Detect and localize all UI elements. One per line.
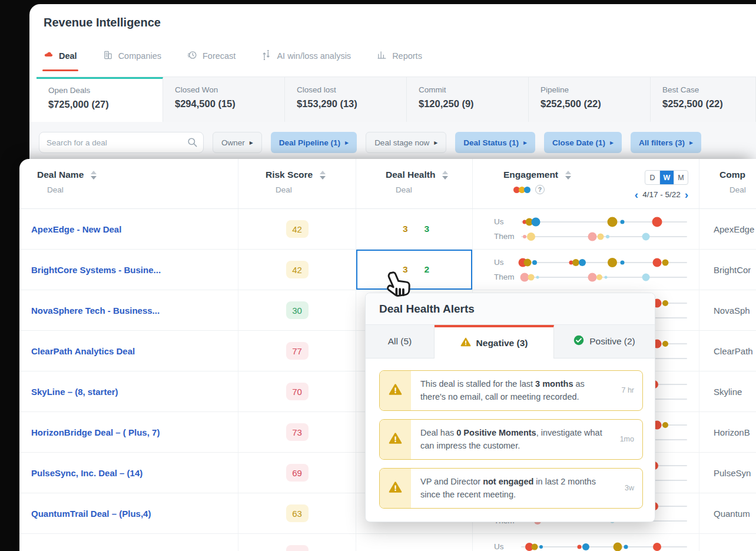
summary-card-pipeline[interactable]: Pipeline $252,500 (22) bbox=[529, 77, 651, 122]
alert-card: Deal has 0 Positive Moments, investigate… bbox=[379, 419, 643, 460]
card-value: $725,000 (27) bbox=[48, 99, 163, 110]
deal-name-link[interactable]: ApexEdge - New Deal bbox=[31, 224, 121, 234]
deal-health-cell[interactable]: 3 2 bbox=[356, 250, 473, 290]
positive-alerts: 2 bbox=[421, 264, 430, 275]
tab-companies[interactable]: Companies bbox=[103, 50, 161, 64]
summary-card-closed-lost[interactable]: Closed lost $153,290 (13) bbox=[285, 77, 407, 122]
filter-chip-owner[interactable]: Owner▸ bbox=[213, 132, 262, 153]
column-header-risk-score: Risk Score Deal bbox=[238, 159, 356, 208]
deal-name-link[interactable]: ClearPath Analytics Deal bbox=[31, 346, 135, 356]
us-label: Us bbox=[494, 542, 521, 551]
engagement-dot bbox=[598, 233, 604, 240]
sort-engagement[interactable] bbox=[565, 171, 571, 180]
period-option-m[interactable]: M bbox=[674, 171, 688, 184]
tab-label: Reports bbox=[392, 51, 422, 61]
filter-chip-all-filters-3-[interactable]: All filters (3)▸ bbox=[631, 132, 701, 153]
column-header-engagement: Engagement ? DWM ‹ 4/17 - 5/22 › bbox=[473, 159, 699, 208]
summary-card-closed-won[interactable]: Closed Won $294,500 (15) bbox=[163, 77, 285, 122]
tab-ai-win-loss[interactable]: AI win/loss analysis bbox=[261, 50, 351, 64]
engagement-dot bbox=[606, 235, 609, 238]
sort-deal-name[interactable] bbox=[91, 171, 97, 180]
column-subtitle: Deal bbox=[396, 185, 472, 194]
engagement-dot bbox=[604, 276, 607, 278]
filter-chip-deal-pipeline-1-[interactable]: Deal Pipeline (1)▸ bbox=[271, 132, 357, 153]
them-timeline bbox=[521, 277, 687, 278]
legend-dots bbox=[513, 187, 529, 193]
risk-score-badge: 73 bbox=[286, 423, 309, 441]
column-header-deal-name: Deal Name Deal bbox=[19, 159, 238, 208]
them-timeline bbox=[521, 236, 687, 237]
engagement-dot bbox=[653, 543, 661, 551]
us-timeline bbox=[521, 546, 687, 547]
column-header-deal-health: Deal Health Deal bbox=[356, 159, 473, 208]
popup-tab-label: All (5) bbox=[388, 336, 412, 347]
deal-health-cell[interactable]: 3 3 bbox=[356, 209, 473, 249]
column-subtitle: Deal bbox=[47, 185, 238, 194]
popup-tab-all[interactable]: All (5) bbox=[366, 325, 435, 359]
engagement-dot bbox=[577, 545, 581, 549]
them-label: Them bbox=[494, 273, 521, 281]
prev-date-icon[interactable]: ‹ bbox=[635, 189, 638, 200]
engagement-dot bbox=[621, 260, 625, 264]
popup-tab-label: Negative (3) bbox=[476, 338, 528, 348]
risk-score-badge: 70 bbox=[286, 383, 309, 400]
card-label: Pipeline bbox=[541, 85, 650, 94]
summary-card-commit[interactable]: Commit $120,250 (9) bbox=[407, 77, 529, 122]
search-input[interactable] bbox=[39, 132, 204, 153]
card-label: Best Case bbox=[662, 85, 755, 94]
period-toggle: DWM bbox=[645, 170, 688, 185]
risk-score-badge: 42 bbox=[286, 261, 309, 278]
filter-bar: Owner▸Deal Pipeline (1)▸Deal stage now▸D… bbox=[29, 122, 756, 163]
deal-name-link[interactable]: HorizonBridge Deal – ( Plus, 7) bbox=[31, 427, 160, 437]
card-label: Open Deals bbox=[48, 86, 163, 95]
popup-tab-negative[interactable]: Negative (3) bbox=[435, 325, 554, 359]
sort-deal-health[interactable] bbox=[442, 171, 448, 180]
filter-chip-close-date-1-[interactable]: Close Date (1)▸ bbox=[544, 132, 622, 153]
deal-name-link[interactable]: NovaSphere Tech - Business... bbox=[31, 306, 160, 316]
deal-health-alerts-popup: Deal Health Alerts All (5) Negative (3) … bbox=[365, 293, 655, 522]
deal-name-link[interactable]: PulseSync, Inc. Deal – (14) bbox=[31, 468, 142, 478]
popup-tab-positive[interactable]: Positive (2) bbox=[554, 325, 655, 359]
engagement-dot bbox=[532, 217, 541, 226]
engagement-dot bbox=[613, 542, 622, 551]
period-option-w[interactable]: W bbox=[659, 171, 674, 184]
company-name: ClearPath bbox=[714, 346, 753, 356]
tab-forecast[interactable]: Forecast bbox=[187, 50, 236, 64]
card-value: $120,250 (9) bbox=[419, 98, 528, 109]
alert-stripe bbox=[380, 371, 411, 410]
card-label: Commit bbox=[419, 85, 528, 94]
filter-chip-deal-status-1-[interactable]: Deal Status (1)▸ bbox=[455, 132, 535, 153]
risk-score-badge: 63 bbox=[286, 504, 309, 522]
positive-alerts: 3 bbox=[421, 224, 430, 234]
card-value: $153,290 (13) bbox=[297, 98, 406, 109]
filter-chip-deal-stage-now[interactable]: Deal stage now▸ bbox=[366, 132, 446, 153]
sort-risk-score[interactable] bbox=[320, 171, 326, 180]
engagement-dot bbox=[532, 260, 537, 265]
tab-deal[interactable]: Deal bbox=[44, 50, 77, 64]
tab-reports[interactable]: Reports bbox=[377, 50, 422, 64]
engagement-dot bbox=[652, 217, 662, 227]
deal-name-link[interactable]: SkyLine – (8, starter) bbox=[31, 387, 118, 397]
company-name: PulseSyn bbox=[714, 468, 751, 478]
card-label: Closed lost bbox=[297, 85, 406, 94]
engagement-cell: Us Them bbox=[473, 250, 699, 290]
column-title: Risk Score bbox=[266, 170, 313, 180]
reports-icon bbox=[377, 50, 387, 62]
forecast-icon bbox=[187, 50, 197, 62]
company-name: BrightCor bbox=[714, 265, 751, 275]
next-date-icon[interactable]: › bbox=[685, 189, 688, 200]
negative-alerts: 3 bbox=[399, 224, 408, 234]
warning-icon bbox=[460, 337, 471, 350]
deal-name-link[interactable]: QuantumTrail Deal – (Plus,4) bbox=[31, 509, 151, 519]
summary-card-best-case[interactable]: Best Case $252,500 (22) bbox=[651, 77, 756, 122]
table-row: BrightCore Systems - Busine... 42 3 2 Us… bbox=[19, 250, 756, 290]
deal-health-cell[interactable]: 3 2 bbox=[356, 534, 473, 551]
engagement-legend: ? bbox=[513, 185, 571, 194]
deal-name-link[interactable]: BrightCore Systems - Busine... bbox=[31, 265, 161, 275]
engagement-dot bbox=[624, 545, 628, 549]
summary-card-open-deals[interactable]: Open Deals $725,000 (27) bbox=[37, 77, 163, 122]
filter-chips: Owner▸Deal Pipeline (1)▸Deal stage now▸D… bbox=[213, 132, 701, 153]
help-icon[interactable]: ? bbox=[535, 185, 545, 194]
period-option-d[interactable]: D bbox=[645, 171, 659, 184]
column-header-company: Comp Deal bbox=[699, 159, 756, 208]
